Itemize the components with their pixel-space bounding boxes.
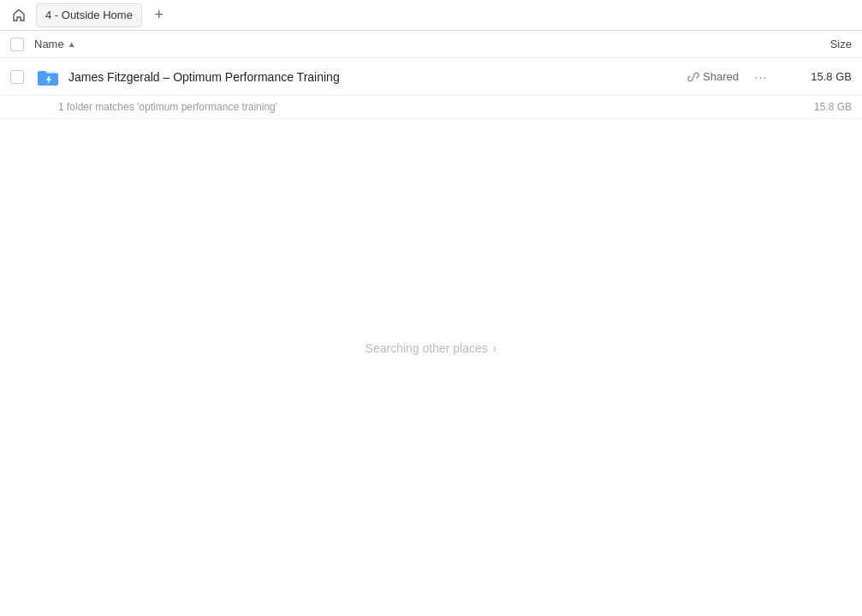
column-headers: Name ▲ Size [0,31,862,58]
match-size: 15.8 GB [783,101,852,113]
name-label: Name [34,38,64,50]
more-options-button[interactable]: ··· [749,65,773,89]
select-all-checkbox[interactable] [10,38,34,51]
add-tab-button[interactable]: + [147,3,171,27]
searching-area: Searching other places › [0,341,862,355]
match-info-row: 1 folder matches 'optimum performance tr… [0,96,862,119]
searching-text: Searching other places [366,341,488,355]
link-icon [687,71,699,83]
file-name: James Fitzgerald – Optimum Performance T… [68,70,687,84]
chevron-right-icon: › [493,341,497,355]
file-row[interactable]: James Fitzgerald – Optimum Performance T… [0,58,862,96]
shared-indicator: Shared [687,70,739,83]
tab-outside-home[interactable]: 4 - Outside Home [36,3,142,27]
sort-arrow-icon: ▲ [68,39,76,49]
name-column-header[interactable]: Name ▲ [34,38,783,50]
file-checkbox[interactable] [10,70,34,84]
checkbox-box[interactable] [10,38,24,51]
size-column-header: Size [783,38,852,50]
file-size: 15.8 GB [783,70,852,83]
plus-icon: + [155,6,164,24]
shared-label: Shared [703,70,739,83]
match-text: 1 folder matches 'optimum performance tr… [58,101,783,113]
size-label: Size [830,38,852,50]
tab-label: 4 - Outside Home [45,9,133,21]
home-button[interactable] [7,3,31,27]
more-icon: ··· [754,69,768,84]
checkbox-box[interactable] [10,70,24,84]
folder-icon [34,63,62,91]
top-bar: 4 - Outside Home + [0,0,862,31]
